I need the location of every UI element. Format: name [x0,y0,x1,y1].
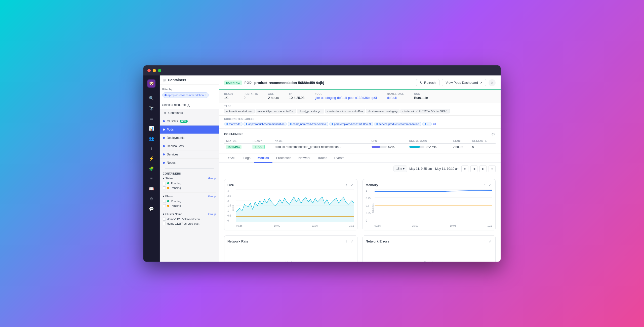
x-label: 09:55 [375,224,381,227]
containers-filter-header[interactable]: CONTAINERS [163,172,216,175]
maximize-window-button[interactable] [158,69,161,72]
status-group-link[interactable]: Group [208,177,216,180]
minimize-window-button[interactable] [153,69,156,72]
close-button[interactable]: × [489,79,496,86]
cpu-bar-container: 57%. [372,145,405,149]
nav-next-button[interactable]: ⏭ [489,165,496,172]
cluster-2-item[interactable]: demo-11287-us-prod-east [163,221,216,226]
sidebar-item-replica-sets[interactable]: Replica Sets [160,142,219,150]
phase-pending-checkbox[interactable] [163,204,166,207]
phase-pending-item[interactable]: Pending [163,203,216,208]
network-rate-expand-button[interactable]: ⤢ [350,239,354,244]
tab-yaml[interactable]: YAML [224,153,240,163]
tag-item: cluster-name:us-staging [366,109,399,113]
nav-prev-prev-button[interactable]: ⏮ [461,165,468,172]
close-window-button[interactable] [147,69,151,72]
meta-restarts: RESTARTS 0 [244,93,258,100]
phase-group-link[interactable]: Group [208,195,216,198]
container-row[interactable]: RUNNING TRUE product-recommendation_prod… [224,144,496,150]
users-icon[interactable]: 👥 [147,134,156,143]
align-icon[interactable]: ≡ [147,174,156,183]
k8s-dot [246,123,247,125]
book-icon[interactable]: 📖 [147,184,156,193]
pods-dot [163,129,165,131]
y-label: 3 [227,189,236,192]
containers-settings-icon[interactable]: ⚙ [491,132,496,137]
tags-section-label: TAGS [224,105,496,108]
puzzle-icon[interactable]: 🧩 [147,164,156,173]
status-pending-checkbox[interactable] [163,186,166,189]
memory-chart-title: Memory [366,183,378,187]
resource-selector[interactable]: Select a resource (7) [160,101,219,109]
cpu-chart-svg-container [236,189,354,222]
network-errors-export-button[interactable]: ↑ [484,239,486,244]
containers-label: Containers [168,111,183,115]
time-interval-value: 15m [396,167,402,171]
container-ready-badge: TRUE [253,145,265,149]
chart-icon[interactable]: 📊 [147,124,156,133]
tab-events[interactable]: Events [331,153,348,163]
status-filter-items: Running Pending [163,181,216,190]
cluster-name-group-header[interactable]: ▾ Cluster Name Group [163,212,216,216]
more-labels-button[interactable]: +3 [433,122,436,126]
settings-alt-icon[interactable]: ⚙ [147,194,156,203]
x-label: 10:05 [450,224,456,227]
phase-running-item[interactable]: Running [163,199,216,203]
metrics-toolbar: 15m ▾ May 11, 9:55 am – May 11, 10:10 am… [219,163,501,175]
pod-meta: READY 1/1 RESTARTS 0 AGE 2 hours IP 10.4… [219,90,501,103]
container-status-badge: RUNNING [226,145,242,149]
titlebar [143,65,501,75]
sidebar-item-nodes[interactable]: Nodes [160,159,219,167]
info-icon[interactable]: ℹ [147,144,156,153]
nav-prev-button[interactable]: ◀ [470,165,477,172]
tab-metrics[interactable]: Metrics [254,153,273,163]
phase-running-checkbox[interactable] [163,200,166,203]
cpu-value: 57%. [388,145,395,149]
status-group-header[interactable]: ▾ Status Group [163,177,216,180]
sidebar-item-services[interactable]: Services [160,150,219,159]
status-running-checkbox[interactable] [163,182,166,185]
container-memory: 922 MB. [407,144,451,150]
memory-export-button[interactable]: ↑ [484,182,486,187]
cpu-chart-area: 3 2.5 2 1.5 1 0.5 0 Cores [227,189,354,227]
activity-icon[interactable]: ⚡ [147,154,156,163]
memory-expand-button[interactable]: ⤢ [488,182,492,187]
network-rate-export-button[interactable]: ↑ [345,239,348,244]
pods-label: Pods [167,128,174,131]
pod-title-row: RUNNING POD product-recommendation-56f88… [224,80,324,85]
chat-icon[interactable]: 💬 [147,204,156,213]
meta-ready-value: 1/1 [224,96,234,100]
refresh-label: Refresh [424,81,436,85]
tab-traces[interactable]: Traces [314,153,331,163]
list-icon[interactable]: ☰ [147,114,156,123]
cpu-expand-button[interactable]: ⤢ [350,182,354,187]
cluster-1-checkbox[interactable] [163,218,166,221]
sidebar-item-containers[interactable]: ⊞ Containers [160,109,219,117]
cluster-name-group-link[interactable]: Group [208,213,216,216]
view-dashboard-button[interactable]: View Pods Dashboard ↗ [442,79,486,86]
network-errors-expand-button[interactable]: ⤢ [488,239,492,244]
tab-logs[interactable]: Logs [240,153,254,163]
status-pending-item[interactable]: Pending [163,186,216,190]
search-icon[interactable]: 🔍 [147,94,156,103]
tab-network[interactable]: Network [295,153,314,163]
filter-remove-button[interactable]: × [205,93,207,97]
meta-node-value[interactable]: gke-us-staging-default-pool-c132d36e-zp0… [315,96,377,100]
nav-play-button[interactable]: ▶ [479,165,487,172]
col-cpu: CPU [370,139,407,144]
cluster-1-item[interactable]: demo-11287-aks-northcen... [163,217,216,221]
refresh-button[interactable]: ↻ Refresh [416,79,439,86]
sidebar-item-deployments[interactable]: Deployments [160,134,219,142]
k8s-label-item: pod-template-hash:56f88c459 [329,122,373,126]
chevron-down-time-icon: ▾ [403,167,405,171]
sidebar-item-pods[interactable]: Pods [160,126,219,134]
status-running-item[interactable]: Running [163,181,216,186]
sidebar-item-clusters[interactable]: Clusters NEW [160,117,219,126]
tab-processes[interactable]: Processes [272,153,295,163]
binoculars-icon[interactable]: 🔭 [147,104,156,113]
cluster-2-checkbox[interactable] [163,222,166,225]
phase-group-header[interactable]: ▾ Phase Group [163,194,216,198]
meta-namespace-value[interactable]: default [387,96,404,100]
cpu-export-button[interactable]: ↑ [345,182,348,187]
time-interval-select[interactable]: 15m ▾ [393,166,407,172]
